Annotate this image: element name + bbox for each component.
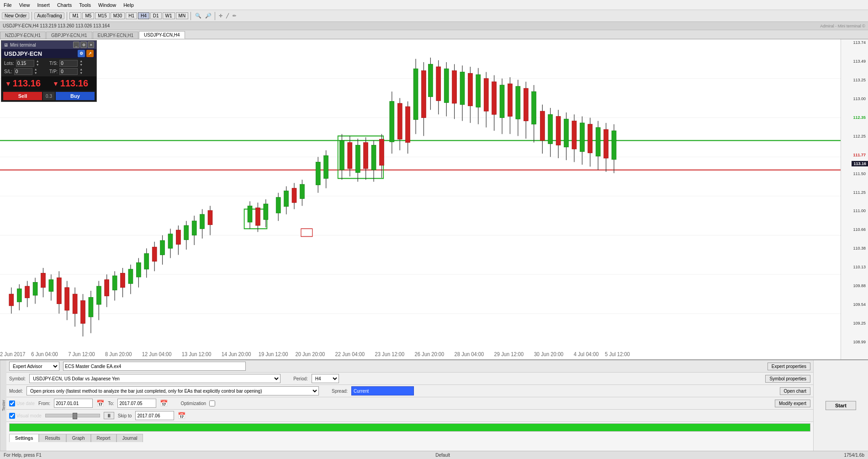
tp-input[interactable] [59, 68, 78, 75]
period-m5[interactable]: M5 [82, 12, 94, 19]
svg-rect-41 [128, 269, 133, 283]
period-select[interactable]: H4 [312, 374, 339, 383]
menu-help[interactable]: Help [120, 1, 138, 9]
zoom-out-icon[interactable]: 🔎 [204, 13, 212, 19]
svg-rect-35 [105, 280, 109, 296]
ts-input[interactable] [59, 60, 78, 67]
start-button[interactable]: Start [826, 401, 856, 410]
mini-terminal-expand-btn[interactable]: ↗ [86, 50, 94, 57]
sell-button[interactable]: Sell [3, 92, 42, 100]
menu-charts[interactable]: Charts [53, 1, 75, 9]
admiral-label: Admiral - Mini terminal © [820, 24, 865, 28]
tab-settings[interactable]: Settings [9, 434, 39, 442]
autotrading-button[interactable]: AutoTrading [34, 12, 64, 19]
menu-file[interactable]: File [0, 1, 16, 9]
tp-up-arrow[interactable]: ▲ [79, 68, 83, 71]
visual-mode-checkbox[interactable] [9, 413, 15, 419]
mini-terminal-minimize[interactable]: _ [73, 42, 79, 48]
chart-container[interactable]: 🖥 Mini terminal _ ⚙ ✕ USDJPY-ECN ⚙ ↗ [0, 39, 841, 359]
tp-down-arrow[interactable]: ▼ [79, 71, 83, 75]
expert-name-input[interactable] [63, 362, 246, 371]
period-h1[interactable]: H1 [126, 12, 137, 19]
from-date-input[interactable] [54, 399, 93, 408]
model-select[interactable]: Open prices only (fastest method to anal… [26, 386, 319, 395]
sl-down-arrow[interactable]: ▼ [34, 71, 37, 75]
tester-row-5: Visual mode ⏸ Skip to 📅 [6, 410, 813, 422]
ts-up-arrow[interactable]: ▲ [79, 59, 83, 63]
menu-tools[interactable]: Tools [75, 1, 95, 9]
menu-bar: File View Insert Charts Tools Window Hel… [0, 0, 868, 10]
period-w1[interactable]: W1 [163, 12, 175, 19]
price-level: 112.25 [842, 134, 867, 153]
period-d1[interactable]: D1 [150, 12, 162, 19]
candlestick-chart[interactable]: 2 Jun 2017 6 Jun 04:00 7 Jun 12:00 8 Jun… [0, 39, 841, 359]
menu-insert[interactable]: Insert [33, 1, 53, 9]
expert-type-select[interactable]: Expert Advisor [9, 362, 59, 371]
mini-terminal-actions-row: Sell 0.3 Buy [1, 91, 96, 101]
buy-arrow-icon: ▼ [53, 80, 59, 87]
period-m30[interactable]: M30 [111, 12, 125, 19]
svg-text:28 Jun 04:00: 28 Jun 04:00 [455, 351, 484, 358]
start-button-panel: Start [813, 360, 868, 451]
sell-price-display: ▼ 113.16 [1, 76, 49, 91]
speed-slider-thumb[interactable] [73, 413, 77, 419]
svg-text:7 Jun 12:00: 7 Jun 12:00 [68, 351, 95, 358]
chart-tab-eurjpy[interactable]: EURJPY-ECN,H1 [93, 32, 139, 39]
menu-window[interactable]: Window [95, 1, 120, 9]
pen-icon[interactable]: ✏ [231, 13, 238, 18]
open-chart-button[interactable]: Open chart [780, 387, 810, 395]
price-level: 113.74 [842, 40, 867, 59]
skip-to-label: Skip to [118, 413, 132, 418]
tab-report[interactable]: Report [91, 434, 116, 442]
pause-button[interactable]: ⏸ [104, 412, 114, 419]
svg-rect-89 [364, 143, 368, 169]
skip-calendar-icon[interactable]: 📅 [178, 412, 185, 419]
crosshair-icon[interactable]: ✛ [217, 13, 224, 18]
chart-tab-nzdjpy[interactable]: NZDJPY-ECN,H1 [0, 32, 46, 39]
symbol-select[interactable]: USDJPY-ECN, US Dollar vs Japanese Yen [29, 374, 281, 383]
use-date-checkbox[interactable] [9, 400, 15, 406]
to-calendar-icon[interactable]: 📅 [160, 400, 168, 407]
period-h4[interactable]: H4 [138, 12, 149, 19]
mini-terminal-settings[interactable]: ⚙ [80, 42, 87, 48]
svg-rect-111 [452, 71, 457, 103]
sl-input[interactable] [14, 68, 32, 75]
tester-panel: Tester Expert Advisor Expert properties … [0, 359, 868, 451]
modify-expert-button[interactable]: Modify expert [775, 400, 810, 407]
zoom-in-icon[interactable]: 🔍 [193, 13, 203, 19]
sl-up-arrow[interactable]: ▲ [34, 68, 37, 71]
lots-down-arrow[interactable]: ▼ [36, 63, 39, 67]
tab-results[interactable]: Results [39, 434, 66, 442]
mini-terminal-settings-btn[interactable]: ⚙ [78, 50, 85, 57]
menu-view[interactable]: View [16, 1, 34, 9]
chart-tab-usdjpy[interactable]: USDJPY-ECN,H4 [139, 31, 185, 39]
period-mn[interactable]: MN [176, 12, 189, 19]
svg-text:14 Jun 20:00: 14 Jun 20:00 [222, 351, 251, 358]
chart-tabs: NZDJPY-ECN,H1 GBPJPY-ECN,H1 EURJPY-ECN,H… [0, 30, 868, 39]
tab-graph[interactable]: Graph [66, 434, 91, 442]
expert-properties-button[interactable]: Expert properties [767, 363, 810, 370]
ts-down-arrow[interactable]: ▼ [79, 63, 83, 67]
buy-button[interactable]: Buy [56, 92, 95, 100]
new-order-button[interactable]: New Order [2, 12, 29, 19]
mini-terminal-close[interactable]: ✕ [88, 42, 94, 48]
optimization-field: Optimization [180, 400, 215, 406]
status-right-text: 1754/1.6b [844, 453, 865, 458]
sl-label: S/L: [4, 69, 12, 74]
svg-rect-99 [406, 107, 410, 143]
symbol-properties-button[interactable]: Symbol properties [765, 375, 810, 383]
skip-to-date-input[interactable] [135, 411, 174, 420]
tester-row-2: Symbol: USDJPY-ECN, US Dollar vs Japanes… [6, 373, 813, 385]
period-m1[interactable]: M1 [69, 12, 81, 19]
lots-input[interactable] [16, 60, 34, 67]
lots-up-arrow[interactable]: ▲ [36, 59, 39, 63]
to-date-input[interactable] [117, 399, 156, 408]
chart-tab-gbpjpy[interactable]: GBPJPY-ECN,H1 [46, 32, 92, 39]
optimization-checkbox[interactable] [209, 400, 215, 406]
spread-input[interactable] [351, 386, 414, 395]
period-m15[interactable]: M15 [95, 12, 109, 19]
svg-rect-97 [397, 103, 402, 139]
from-calendar-icon[interactable]: 📅 [96, 400, 104, 407]
line-tool-icon[interactable]: ╱ [225, 13, 230, 18]
tab-journal[interactable]: Journal [116, 434, 143, 442]
